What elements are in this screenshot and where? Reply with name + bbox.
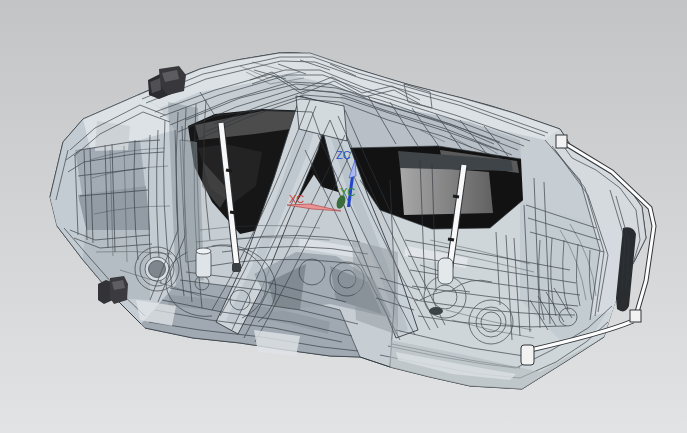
svg-text:YC: YC bbox=[340, 186, 355, 198]
svg-text:ZC: ZC bbox=[336, 149, 351, 161]
svg-text:XC: XC bbox=[289, 193, 304, 205]
